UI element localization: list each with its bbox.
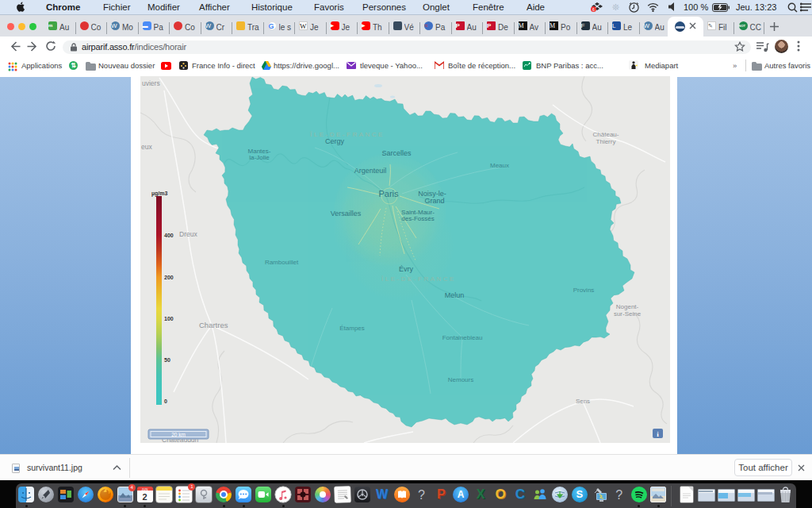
svg-text:200: 200: [164, 275, 174, 280]
svg-text:sur-Seine: sur-Seine: [614, 310, 642, 318]
svg-text:Provins: Provins: [573, 287, 595, 294]
svg-text:Thierry: Thierry: [596, 138, 616, 145]
svg-text:6: 6: [592, 7, 595, 12]
svg-text:Rambouillet: Rambouillet: [265, 259, 299, 266]
svg-text:0: 0: [164, 398, 167, 404]
svg-text:20 km: 20 km: [171, 432, 186, 437]
svg-text:Étampes: Étampes: [339, 325, 365, 332]
svg-text:des-Fossés: des-Fossés: [401, 215, 434, 222]
svg-text:Meaux: Meaux: [490, 162, 509, 169]
svg-text:Sarcelles: Sarcelles: [381, 149, 412, 157]
svg-text:Nemours: Nemours: [448, 376, 473, 383]
svg-text:la-Jolie: la-Jolie: [249, 154, 270, 161]
svg-text:Cergy: Cergy: [325, 137, 345, 145]
svg-text:Argenteuil: Argenteuil: [354, 167, 387, 175]
svg-text:Grand: Grand: [424, 197, 444, 205]
svg-text:Évry: Évry: [399, 265, 414, 273]
svg-text:µg/m3: µg/m3: [151, 190, 167, 197]
svg-text:Versailles: Versailles: [331, 210, 362, 217]
svg-text:Paris: Paris: [378, 189, 399, 198]
svg-text:uviers: uviers: [142, 79, 160, 87]
svg-text:ÎLE-DE-FRANCE: ÎLE-DE-FRANCE: [309, 131, 385, 138]
svg-text:Dreux: Dreux: [179, 230, 197, 238]
svg-text:Melun: Melun: [445, 291, 465, 299]
svg-text:Fontainebleau: Fontainebleau: [442, 334, 483, 341]
svg-text:400: 400: [164, 233, 174, 238]
svg-text:Chartres: Chartres: [199, 321, 228, 329]
svg-text:eux: eux: [141, 143, 152, 151]
svg-text:ÎLE-DE-FRANCE: ÎLE-DE-FRANCE: [381, 275, 456, 283]
svg-text:Château-: Château-: [593, 131, 619, 138]
svg-text:Nogent-: Nogent-: [616, 303, 639, 310]
svg-text:50: 50: [164, 357, 170, 363]
svg-text:Sens: Sens: [576, 398, 590, 405]
svg-text:100: 100: [164, 316, 174, 321]
